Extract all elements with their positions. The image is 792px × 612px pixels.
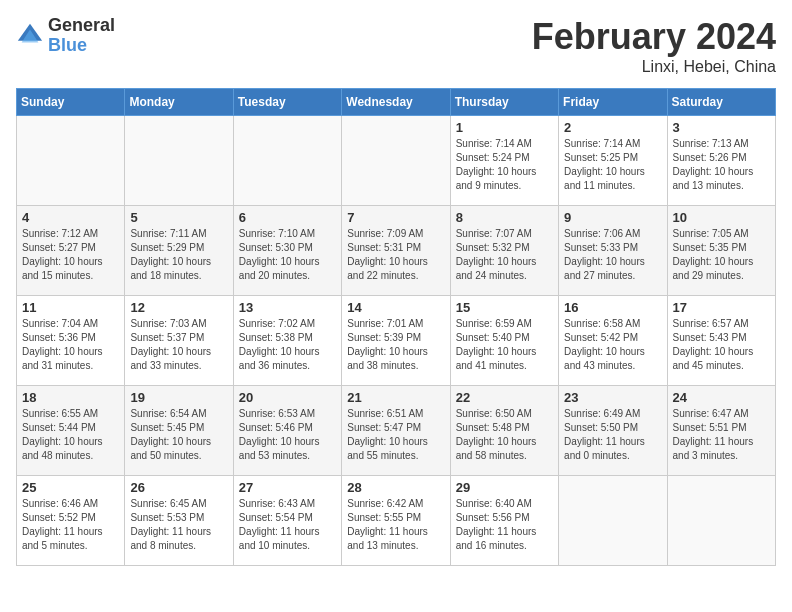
day-number: 19 (130, 390, 227, 405)
calendar-cell: 1Sunrise: 7:14 AM Sunset: 5:24 PM Daylig… (450, 116, 558, 206)
calendar-cell: 3Sunrise: 7:13 AM Sunset: 5:26 PM Daylig… (667, 116, 775, 206)
day-info: Sunrise: 6:43 AM Sunset: 5:54 PM Dayligh… (239, 497, 336, 553)
weekday-header-sunday: Sunday (17, 89, 125, 116)
calendar-cell: 29Sunrise: 6:40 AM Sunset: 5:56 PM Dayli… (450, 476, 558, 566)
day-number: 9 (564, 210, 661, 225)
day-number: 24 (673, 390, 770, 405)
logo-text: General Blue (48, 16, 115, 56)
weekday-header-thursday: Thursday (450, 89, 558, 116)
day-info: Sunrise: 7:02 AM Sunset: 5:38 PM Dayligh… (239, 317, 336, 373)
calendar-cell: 18Sunrise: 6:55 AM Sunset: 5:44 PM Dayli… (17, 386, 125, 476)
day-info: Sunrise: 7:07 AM Sunset: 5:32 PM Dayligh… (456, 227, 553, 283)
day-info: Sunrise: 6:51 AM Sunset: 5:47 PM Dayligh… (347, 407, 444, 463)
weekday-header-row: SundayMondayTuesdayWednesdayThursdayFrid… (17, 89, 776, 116)
calendar-cell: 23Sunrise: 6:49 AM Sunset: 5:50 PM Dayli… (559, 386, 667, 476)
day-number: 28 (347, 480, 444, 495)
day-info: Sunrise: 6:57 AM Sunset: 5:43 PM Dayligh… (673, 317, 770, 373)
week-row-2: 11Sunrise: 7:04 AM Sunset: 5:36 PM Dayli… (17, 296, 776, 386)
day-number: 25 (22, 480, 119, 495)
calendar-cell (125, 116, 233, 206)
day-info: Sunrise: 6:42 AM Sunset: 5:55 PM Dayligh… (347, 497, 444, 553)
calendar-cell: 17Sunrise: 6:57 AM Sunset: 5:43 PM Dayli… (667, 296, 775, 386)
day-info: Sunrise: 6:59 AM Sunset: 5:40 PM Dayligh… (456, 317, 553, 373)
calendar-cell: 5Sunrise: 7:11 AM Sunset: 5:29 PM Daylig… (125, 206, 233, 296)
month-title: February 2024 (532, 16, 776, 58)
day-info: Sunrise: 7:12 AM Sunset: 5:27 PM Dayligh… (22, 227, 119, 283)
day-info: Sunrise: 6:53 AM Sunset: 5:46 PM Dayligh… (239, 407, 336, 463)
week-row-4: 25Sunrise: 6:46 AM Sunset: 5:52 PM Dayli… (17, 476, 776, 566)
day-info: Sunrise: 7:03 AM Sunset: 5:37 PM Dayligh… (130, 317, 227, 373)
day-info: Sunrise: 6:55 AM Sunset: 5:44 PM Dayligh… (22, 407, 119, 463)
day-number: 7 (347, 210, 444, 225)
day-info: Sunrise: 7:14 AM Sunset: 5:24 PM Dayligh… (456, 137, 553, 193)
calendar-cell: 27Sunrise: 6:43 AM Sunset: 5:54 PM Dayli… (233, 476, 341, 566)
calendar-cell: 16Sunrise: 6:58 AM Sunset: 5:42 PM Dayli… (559, 296, 667, 386)
day-number: 29 (456, 480, 553, 495)
day-number: 12 (130, 300, 227, 315)
day-number: 3 (673, 120, 770, 135)
day-info: Sunrise: 7:11 AM Sunset: 5:29 PM Dayligh… (130, 227, 227, 283)
weekday-header-tuesday: Tuesday (233, 89, 341, 116)
day-info: Sunrise: 6:40 AM Sunset: 5:56 PM Dayligh… (456, 497, 553, 553)
day-number: 23 (564, 390, 661, 405)
day-info: Sunrise: 6:58 AM Sunset: 5:42 PM Dayligh… (564, 317, 661, 373)
calendar-cell: 20Sunrise: 6:53 AM Sunset: 5:46 PM Dayli… (233, 386, 341, 476)
day-number: 8 (456, 210, 553, 225)
calendar-cell: 6Sunrise: 7:10 AM Sunset: 5:30 PM Daylig… (233, 206, 341, 296)
day-number: 22 (456, 390, 553, 405)
day-info: Sunrise: 7:10 AM Sunset: 5:30 PM Dayligh… (239, 227, 336, 283)
day-number: 21 (347, 390, 444, 405)
week-row-3: 18Sunrise: 6:55 AM Sunset: 5:44 PM Dayli… (17, 386, 776, 476)
calendar-table: SundayMondayTuesdayWednesdayThursdayFrid… (16, 88, 776, 566)
day-number: 4 (22, 210, 119, 225)
page-header: General Blue February 2024 Linxi, Hebei,… (16, 16, 776, 76)
week-row-0: 1Sunrise: 7:14 AM Sunset: 5:24 PM Daylig… (17, 116, 776, 206)
day-number: 27 (239, 480, 336, 495)
location: Linxi, Hebei, China (532, 58, 776, 76)
calendar-cell: 7Sunrise: 7:09 AM Sunset: 5:31 PM Daylig… (342, 206, 450, 296)
day-info: Sunrise: 7:05 AM Sunset: 5:35 PM Dayligh… (673, 227, 770, 283)
day-info: Sunrise: 6:49 AM Sunset: 5:50 PM Dayligh… (564, 407, 661, 463)
day-number: 10 (673, 210, 770, 225)
calendar-cell (17, 116, 125, 206)
calendar-cell: 15Sunrise: 6:59 AM Sunset: 5:40 PM Dayli… (450, 296, 558, 386)
calendar-cell: 14Sunrise: 7:01 AM Sunset: 5:39 PM Dayli… (342, 296, 450, 386)
day-number: 17 (673, 300, 770, 315)
calendar-cell: 11Sunrise: 7:04 AM Sunset: 5:36 PM Dayli… (17, 296, 125, 386)
day-info: Sunrise: 7:14 AM Sunset: 5:25 PM Dayligh… (564, 137, 661, 193)
day-number: 2 (564, 120, 661, 135)
calendar-cell: 8Sunrise: 7:07 AM Sunset: 5:32 PM Daylig… (450, 206, 558, 296)
logo: General Blue (16, 16, 115, 56)
day-number: 16 (564, 300, 661, 315)
weekday-header-wednesday: Wednesday (342, 89, 450, 116)
day-info: Sunrise: 7:13 AM Sunset: 5:26 PM Dayligh… (673, 137, 770, 193)
calendar-cell: 4Sunrise: 7:12 AM Sunset: 5:27 PM Daylig… (17, 206, 125, 296)
day-info: Sunrise: 6:46 AM Sunset: 5:52 PM Dayligh… (22, 497, 119, 553)
day-number: 11 (22, 300, 119, 315)
calendar-cell: 21Sunrise: 6:51 AM Sunset: 5:47 PM Dayli… (342, 386, 450, 476)
day-info: Sunrise: 6:47 AM Sunset: 5:51 PM Dayligh… (673, 407, 770, 463)
calendar-cell: 25Sunrise: 6:46 AM Sunset: 5:52 PM Dayli… (17, 476, 125, 566)
calendar-cell: 10Sunrise: 7:05 AM Sunset: 5:35 PM Dayli… (667, 206, 775, 296)
calendar-cell: 13Sunrise: 7:02 AM Sunset: 5:38 PM Dayli… (233, 296, 341, 386)
day-info: Sunrise: 7:04 AM Sunset: 5:36 PM Dayligh… (22, 317, 119, 373)
calendar-cell: 9Sunrise: 7:06 AM Sunset: 5:33 PM Daylig… (559, 206, 667, 296)
calendar-cell (559, 476, 667, 566)
weekday-header-monday: Monday (125, 89, 233, 116)
day-number: 13 (239, 300, 336, 315)
day-number: 26 (130, 480, 227, 495)
day-info: Sunrise: 7:01 AM Sunset: 5:39 PM Dayligh… (347, 317, 444, 373)
day-number: 18 (22, 390, 119, 405)
calendar-cell (342, 116, 450, 206)
weekday-header-friday: Friday (559, 89, 667, 116)
day-number: 14 (347, 300, 444, 315)
calendar-cell: 26Sunrise: 6:45 AM Sunset: 5:53 PM Dayli… (125, 476, 233, 566)
day-info: Sunrise: 7:06 AM Sunset: 5:33 PM Dayligh… (564, 227, 661, 283)
day-info: Sunrise: 6:50 AM Sunset: 5:48 PM Dayligh… (456, 407, 553, 463)
calendar-cell: 28Sunrise: 6:42 AM Sunset: 5:55 PM Dayli… (342, 476, 450, 566)
day-number: 20 (239, 390, 336, 405)
week-row-1: 4Sunrise: 7:12 AM Sunset: 5:27 PM Daylig… (17, 206, 776, 296)
day-info: Sunrise: 6:45 AM Sunset: 5:53 PM Dayligh… (130, 497, 227, 553)
weekday-header-saturday: Saturday (667, 89, 775, 116)
title-section: February 2024 Linxi, Hebei, China (532, 16, 776, 76)
